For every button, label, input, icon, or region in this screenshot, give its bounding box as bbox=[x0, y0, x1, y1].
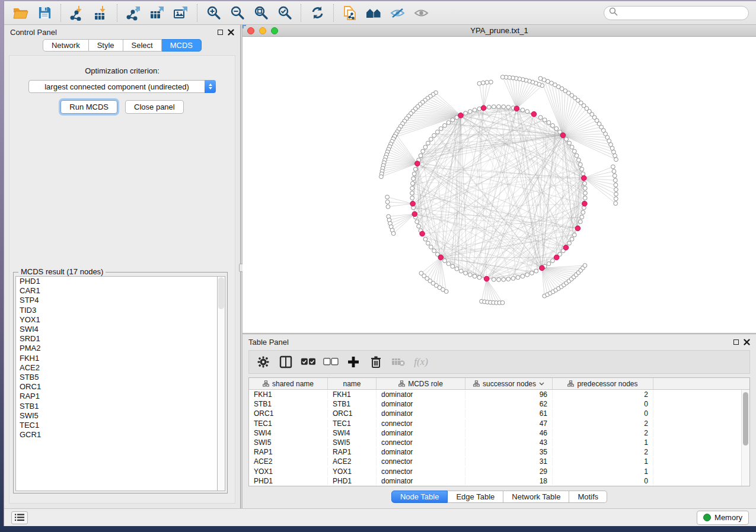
column-header-predecessor-nodes[interactable]: predecessor nodes bbox=[553, 378, 653, 389]
column-header-successor-nodes[interactable]: successor nodes bbox=[465, 378, 553, 389]
list-item[interactable]: ACE2 bbox=[16, 363, 217, 373]
table-cell: 1 bbox=[553, 457, 653, 466]
mcds-result-list[interactable]: PHD1CAR1STP4TID3YOX1SWI4SRD1PMA2FKH1ACE2… bbox=[15, 276, 217, 491]
search-input[interactable] bbox=[618, 9, 744, 17]
window-minimize-button[interactable] bbox=[259, 27, 266, 34]
list-item[interactable]: STB5 bbox=[16, 373, 217, 382]
close-panel-icon[interactable] bbox=[228, 29, 234, 36]
export-table-button[interactable] bbox=[145, 3, 169, 23]
copy-network-button[interactable] bbox=[338, 3, 362, 23]
task-history-button[interactable] bbox=[11, 511, 28, 524]
open-file-button[interactable] bbox=[9, 3, 33, 23]
list-item[interactable]: SWI4 bbox=[16, 325, 217, 334]
tab-network-table[interactable]: Network Table bbox=[503, 491, 569, 503]
list-item[interactable]: TID3 bbox=[16, 306, 217, 315]
column-header-name[interactable]: name bbox=[328, 378, 377, 389]
table-cell: dominator bbox=[377, 390, 465, 399]
mcds-list-scrollbar[interactable] bbox=[217, 276, 225, 491]
dropdown-stepper-icon bbox=[205, 80, 216, 93]
table-cell: ORC1 bbox=[249, 409, 328, 418]
control-panel: Control Panel Network Style Select MCDS … bbox=[4, 25, 240, 508]
table-row[interactable]: FKH1FKH1dominator962 bbox=[249, 390, 741, 399]
list-item[interactable]: SWI5 bbox=[16, 411, 217, 421]
tab-network[interactable]: Network bbox=[43, 39, 89, 52]
window-close-button[interactable] bbox=[247, 27, 254, 34]
list-item[interactable]: PMA2 bbox=[16, 344, 217, 353]
float-table-panel-icon[interactable] bbox=[733, 339, 739, 345]
list-item[interactable]: RAP1 bbox=[16, 392, 217, 401]
mcds-result-group: MCDS result (17 nodes) PHD1CAR1STP4TID3Y… bbox=[13, 272, 228, 493]
column-settings-gear-icon[interactable] bbox=[254, 352, 273, 371]
zoom-in-button[interactable] bbox=[202, 3, 225, 23]
table-scrollbar[interactable] bbox=[741, 390, 749, 486]
tab-style[interactable]: Style bbox=[89, 39, 123, 52]
export-image-button[interactable] bbox=[169, 3, 193, 23]
table-cell: ORC1 bbox=[328, 409, 377, 418]
delete-column-icon[interactable] bbox=[366, 352, 385, 371]
table-cell: 96 bbox=[465, 390, 553, 399]
run-mcds-button[interactable]: Run MCDS bbox=[60, 100, 117, 114]
show-all-button[interactable] bbox=[409, 3, 433, 23]
import-network-button[interactable] bbox=[65, 3, 89, 23]
table-row[interactable]: YOX1YOX1connector291 bbox=[249, 467, 741, 476]
list-item[interactable]: STP4 bbox=[16, 296, 217, 305]
table-row[interactable]: SWI4SWI4dominator462 bbox=[249, 428, 741, 438]
table-cell: dominator bbox=[377, 409, 465, 418]
window-maximize-button[interactable] bbox=[271, 27, 278, 34]
table-cell: 47 bbox=[465, 419, 553, 428]
table-row[interactable]: ACE2ACE2connector311 bbox=[249, 457, 741, 466]
refresh-view-button[interactable] bbox=[305, 3, 329, 23]
table-row[interactable]: PHD1PHD1dominator180 bbox=[249, 476, 741, 486]
table-cell: ACE2 bbox=[249, 457, 328, 466]
network-view-window: YPA_prune.txt_1 bbox=[243, 25, 756, 333]
tab-node-table[interactable]: Node Table bbox=[391, 491, 448, 503]
list-item[interactable]: CAR1 bbox=[16, 286, 217, 296]
list-item[interactable]: GCR1 bbox=[16, 430, 217, 440]
list-item[interactable]: TEC1 bbox=[16, 421, 217, 430]
float-panel-icon[interactable] bbox=[218, 30, 223, 35]
save-session-button[interactable] bbox=[33, 3, 56, 23]
list-item[interactable]: YOX1 bbox=[16, 315, 217, 325]
table-cell: 46 bbox=[465, 429, 553, 437]
deselect-all-checkboxes-icon[interactable] bbox=[321, 352, 340, 371]
select-all-checkboxes-icon[interactable] bbox=[299, 352, 318, 371]
optimization-select[interactable]: largest connected component (undirected) bbox=[28, 80, 216, 93]
table-row[interactable]: RAP1RAP1dominator352 bbox=[249, 447, 741, 457]
tab-motifs[interactable]: Motifs bbox=[569, 491, 607, 503]
add-column-icon[interactable] bbox=[344, 352, 363, 371]
show-columns-icon[interactable] bbox=[276, 352, 295, 371]
table-cell: connector bbox=[377, 419, 465, 428]
table-row[interactable]: ORC1ORC1dominator610 bbox=[249, 409, 741, 418]
zoom-fit-button[interactable] bbox=[249, 3, 273, 23]
control-panel-title: Control Panel bbox=[10, 28, 57, 37]
list-item[interactable]: ORC1 bbox=[16, 382, 217, 392]
memory-label: Memory bbox=[714, 513, 742, 522]
close-table-panel-icon[interactable] bbox=[744, 339, 750, 345]
list-item[interactable]: FKH1 bbox=[16, 354, 217, 363]
zoom-out-button[interactable] bbox=[225, 3, 249, 23]
import-table-button[interactable] bbox=[89, 3, 113, 23]
close-panel-button[interactable]: Close panel bbox=[125, 100, 184, 114]
list-item[interactable]: PHD1 bbox=[16, 277, 217, 286]
table-row[interactable]: SWI5SWI5connector431 bbox=[249, 438, 741, 447]
tab-mcds[interactable]: MCDS bbox=[162, 39, 202, 52]
table-row[interactable]: STB1STB1dominator620 bbox=[249, 399, 741, 409]
column-header-shared-name[interactable]: shared name bbox=[249, 378, 328, 389]
table-row[interactable]: TEC1TEC1connector472 bbox=[249, 419, 741, 428]
hide-selected-button[interactable] bbox=[385, 3, 409, 23]
table-cell: dominator bbox=[377, 429, 465, 437]
table-tabs: Node Table Edge Table Network Table Moti… bbox=[243, 491, 756, 503]
network-canvas[interactable] bbox=[243, 37, 756, 333]
tab-select[interactable]: Select bbox=[123, 39, 162, 52]
zoom-selected-button[interactable] bbox=[273, 3, 296, 23]
list-item[interactable]: SRD1 bbox=[16, 334, 217, 344]
column-header-mcds-role[interactable]: MCDS role bbox=[377, 378, 465, 389]
memory-button[interactable]: Memory bbox=[697, 511, 749, 525]
list-item[interactable]: STB1 bbox=[16, 402, 217, 411]
export-network-button[interactable] bbox=[122, 3, 145, 23]
tab-edge-table[interactable]: Edge Table bbox=[448, 491, 503, 503]
table-cell: RAP1 bbox=[249, 448, 328, 456]
table-cell: 35 bbox=[465, 448, 553, 456]
first-neighbors-button[interactable] bbox=[362, 3, 385, 23]
toolbar-separator bbox=[117, 4, 117, 22]
